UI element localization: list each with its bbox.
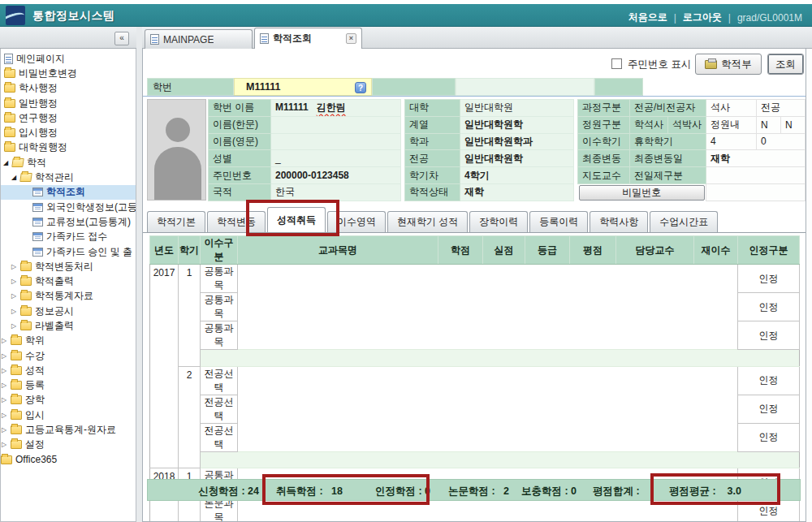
sidebar-item-password-change[interactable]: 비밀번호변경 xyxy=(1,66,136,80)
field-label: 정원구분 xyxy=(578,116,630,133)
password-button[interactable]: 비밀번호 xyxy=(579,185,706,201)
tree-expand-icon[interactable]: ▷ xyxy=(11,278,17,285)
tab-grade-earned[interactable]: 성적취득 xyxy=(267,207,326,232)
home-link[interactable]: 처음으로 xyxy=(628,11,667,24)
field-label: 성별 xyxy=(209,150,271,167)
sidebar-item-degree[interactable]: ▷학위 xyxy=(1,334,136,348)
tree-expand-icon[interactable]: ▷ xyxy=(1,396,7,403)
tab-record-change[interactable]: 학적변동 xyxy=(207,211,266,232)
column-header: 재이수 xyxy=(694,236,738,265)
logout-link[interactable]: 로그아웃 xyxy=(683,11,722,24)
tab-education-background[interactable]: 학력사항 xyxy=(590,211,648,232)
sidebar-item-academic-records[interactable]: ◢학적 xyxy=(1,155,136,170)
tab-scholarship-history[interactable]: 장학이력 xyxy=(469,211,528,232)
sidebar-item-foreign-student-info[interactable]: 외국인학생정보(고등 xyxy=(1,200,136,214)
supplement-credits: 보충학점 : 0 xyxy=(521,485,577,498)
sidebar-collapse-button[interactable]: « xyxy=(114,32,129,45)
grade-row[interactable]: 2 전공선택 인정 xyxy=(150,366,800,395)
form-icon xyxy=(32,188,43,196)
search-button[interactable]: 조회 xyxy=(767,54,804,75)
tree-expand-icon[interactable]: ▷ xyxy=(11,308,17,315)
tree-expand-icon[interactable]: ◢ xyxy=(2,159,9,166)
folder-icon xyxy=(20,277,32,286)
tree-expand-icon[interactable]: ▷ xyxy=(11,322,17,330)
field-value: 석사 xyxy=(706,100,757,117)
sidebar-item-course-enrollment[interactable]: ▷수강 xyxy=(1,348,136,363)
sidebar-item-grades[interactable]: ▷성적 xyxy=(1,363,136,377)
folder-icon xyxy=(20,321,32,330)
field-label: 학석사 xyxy=(630,116,668,133)
grade-row[interactable]: 공통과목 인정 xyxy=(150,293,800,321)
window-tab-record-inquiry[interactable]: 학적조회 × xyxy=(254,28,362,49)
sidebar-item-exchange-info[interactable]: 교류정보(고등통계) xyxy=(1,214,136,229)
tab-registration-history[interactable]: 등록이력 xyxy=(529,211,588,232)
resident-no-checkbox[interactable] xyxy=(611,58,622,69)
recognition-cell: 인정 xyxy=(738,321,800,350)
sidebar-item-settings[interactable]: ▷설정 xyxy=(1,438,136,452)
tree-expand-icon[interactable]: ▷ xyxy=(1,337,7,344)
main-panel: 주민번호 표시 학적부 조회 학번 M11111 ? 학번 이름 M11111 … xyxy=(142,49,806,522)
close-icon[interactable]: × xyxy=(346,33,356,44)
sidebar-item-record-inquiry[interactable]: 학적조회 xyxy=(1,185,136,200)
column-header: 교과목명 xyxy=(238,236,438,265)
tree-expand-icon[interactable]: ▷ xyxy=(11,263,17,270)
sidebar-item-office365[interactable]: Office365 xyxy=(1,452,136,467)
sidebar-item-research-affairs[interactable]: 연구행정 xyxy=(1,110,136,125)
grade-separator-row xyxy=(150,451,800,468)
app-header: 통합정보시스템 처음으로 | 로그아웃 | grad/GL0001M xyxy=(0,4,812,27)
grade-row[interactable]: 전공선택 인정 xyxy=(150,423,800,451)
tab-current-term-grades[interactable]: 현재학기 성적 xyxy=(387,211,468,232)
tab-record-basic[interactable]: 학적기본 xyxy=(147,211,205,232)
sidebar-item-records-management[interactable]: ◢학적관리 xyxy=(1,170,136,184)
sidebar-item-general-affairs[interactable]: 일반행정 xyxy=(1,96,136,110)
grade-row[interactable]: 2017 1 공통과목 인정 xyxy=(150,265,800,293)
field-label: 전공 xyxy=(405,150,460,167)
grade-row[interactable]: 공통과목 인정 xyxy=(150,321,800,350)
sidebar-item-admission[interactable]: ▷입시 xyxy=(1,408,136,422)
tab-class-timetable[interactable]: 수업시간표 xyxy=(650,211,718,232)
tree-expand-icon[interactable]: ▷ xyxy=(1,441,7,448)
field-value: 전공 xyxy=(757,100,806,117)
sidebar-item-graduate-affairs[interactable]: 대학원행정 xyxy=(1,140,136,155)
tree-expand-icon[interactable]: ▷ xyxy=(1,382,7,389)
tree-expand-icon[interactable]: ▷ xyxy=(1,412,7,419)
column-header: 실점 xyxy=(483,236,525,265)
sidebar-item-scholarship[interactable]: ▷장학 xyxy=(1,393,136,408)
tree-expand-icon[interactable]: ▷ xyxy=(1,426,7,434)
sidebar-item-record-statistics[interactable]: ▷학적통계자료 xyxy=(1,289,136,304)
column-header: 인정구분 xyxy=(738,236,800,265)
recognition-cell: 인정 xyxy=(738,366,800,395)
field-label: 국적 xyxy=(209,183,271,201)
category-cell: 공통과목 xyxy=(201,321,238,350)
tree-expand-icon[interactable]: ▷ xyxy=(1,352,7,360)
student-basic-table: 학번 이름 M11111 김한림 이름(한문) 이름(영문) 성별 _ 주민번호… xyxy=(208,99,401,201)
sidebar-item-admission-affairs[interactable]: 입시행정 xyxy=(1,125,136,140)
sidebar-item-record-output[interactable]: ▷학적출력 xyxy=(1,274,136,288)
field-value: _ xyxy=(271,150,401,167)
window-tab-mainpage[interactable]: MAINPAGE xyxy=(145,29,253,49)
sidebar-item-registration[interactable]: ▷등록 xyxy=(1,378,136,393)
folder-icon xyxy=(4,143,15,152)
sidebar-item-family-card-approval[interactable]: 가족카드 승인 및 출 xyxy=(1,244,136,259)
tree-expand-icon[interactable]: ◢ xyxy=(11,174,17,181)
help-icon[interactable]: ? xyxy=(355,82,366,93)
document-icon xyxy=(150,34,159,45)
column-header: 담당교수 xyxy=(616,236,694,265)
field-label: 이름(한문) xyxy=(209,116,271,133)
sidebar-item-higher-edu-statistics[interactable]: ▷고등교육통계-원자료 xyxy=(1,422,136,437)
grade-row[interactable]: 전공선택 인정 xyxy=(150,395,800,423)
gpa-total: 평점합계 : xyxy=(593,485,642,498)
student-id-input[interactable]: M11111 ? xyxy=(234,78,372,96)
tree-expand-icon[interactable]: ▷ xyxy=(11,292,17,300)
sidebar-item-academic-affairs[interactable]: 학사행정 xyxy=(1,81,136,96)
tab-completion-area[interactable]: 이수영역 xyxy=(327,211,386,232)
tree-expand-icon[interactable]: ▷ xyxy=(1,367,7,374)
sidebar-item-family-card-receipt[interactable]: 가족카드 접수 xyxy=(1,230,136,244)
sidebar-item-main-page[interactable]: 메인페이지 xyxy=(1,51,136,66)
record-book-button[interactable]: 학적부 xyxy=(695,54,762,75)
field-label: 과정구분 xyxy=(578,100,630,117)
sidebar-item-label-output[interactable]: ▷라벨출력 xyxy=(1,318,136,333)
sidebar-item-info-disclosure[interactable]: ▷정보공시 xyxy=(1,304,136,318)
sidebar-item-record-change-processing[interactable]: ▷학적변동처리 xyxy=(1,259,136,274)
window-tab-label: MAINPAGE xyxy=(163,34,214,45)
